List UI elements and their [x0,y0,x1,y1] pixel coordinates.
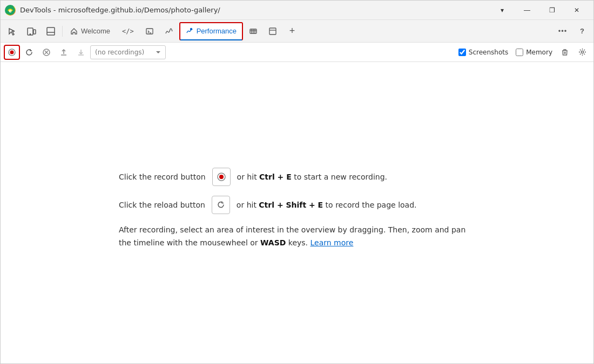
device-emulation-button[interactable] [22,22,40,40]
help-line-reload: Click the reload button or hit Ctrl + Sh… [119,196,475,214]
svg-point-30 [219,175,224,179]
toolbar-divider [62,26,63,37]
svg-rect-5 [47,28,55,35]
main-content: Click the record button or hit Ctrl + E … [1,62,593,364]
download-button[interactable] [73,45,89,60]
tab-sources[interactable]: </> [117,22,139,40]
svg-point-28 [581,51,583,53]
performance-settings-button[interactable] [574,45,590,60]
help-line-after: After recording, select an area of inter… [119,224,475,250]
more-tools-button[interactable]: ••• [554,22,572,40]
help-text-container: Click the record button or hit Ctrl + E … [119,168,475,259]
add-panel-button[interactable]: + [283,22,301,40]
help-line-record: Click the record button or hit Ctrl + E … [119,168,475,186]
inspect-button[interactable] [3,22,21,40]
panel-toolbar: Welcome </> Performance [1,20,593,43]
recordings-dropdown[interactable]: (no recordings) [90,45,166,59]
memory-panel-button[interactable] [244,22,262,40]
svg-point-18 [10,50,14,54]
reload-record-button[interactable] [21,45,37,60]
help-record-text2: or hit Ctrl + E to start a new recording… [237,171,387,183]
svg-text:e: e [9,9,12,13]
restore-button[interactable]: ❐ [539,1,564,20]
help-reload-text2: or hit Ctrl + Shift + E to record the pa… [237,199,417,211]
chevron-button[interactable]: ▾ [490,1,515,20]
reload-btn-inline [212,196,230,214]
record-btn-inline [212,168,231,186]
screenshots-checkbox-label[interactable]: Screenshots [455,49,511,56]
memory-checkbox-label[interactable]: Memory [512,49,556,56]
screenshots-checkbox[interactable] [458,49,466,56]
tab-welcome[interactable]: Welcome [65,22,116,40]
clear-button[interactable] [38,45,55,60]
help-reload-text1: Click the reload button [119,199,205,211]
app-icon: e [5,5,16,16]
svg-rect-15 [269,28,276,35]
upload-button[interactable] [56,45,72,60]
window-controls: ▾ — ❐ ✕ [490,1,589,20]
tab-performance[interactable]: Performance [179,22,243,40]
svg-rect-3 [33,30,36,34]
help-button[interactable]: ? [573,22,591,40]
learn-more-link[interactable]: Learn more [310,238,354,247]
performance-toolbar: (no recordings) Screenshots Memory [1,43,593,62]
svg-point-9 [190,28,192,30]
window-title: DevTools - microsoftedge.github.io/Demos… [20,6,490,14]
tab-network[interactable] [160,22,178,40]
application-panel-button[interactable] [264,22,282,40]
help-record-text1: Click the record button [119,171,206,183]
drawer-button[interactable] [42,22,60,40]
record-button[interactable] [4,45,20,60]
close-button[interactable]: ✕ [564,1,589,20]
delete-recordings-button[interactable] [557,45,573,60]
minimize-button[interactable]: — [515,1,539,20]
svg-point-4 [30,33,31,35]
memory-checkbox[interactable] [516,49,523,56]
tab-console[interactable] [140,22,159,40]
title-bar: e DevTools - microsoftedge.github.io/Dem… [1,1,593,20]
